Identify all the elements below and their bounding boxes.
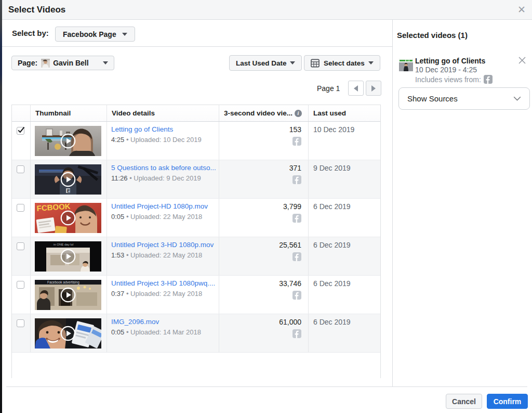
play-icon <box>60 249 76 264</box>
caret-down-icon <box>368 61 374 64</box>
views-count: 3,799 <box>219 199 308 211</box>
facebook-icon <box>292 175 301 184</box>
row-checkbox[interactable] <box>17 204 24 212</box>
row-checkbox[interactable] <box>17 319 24 327</box>
arrow-left-icon <box>354 85 358 92</box>
views-cell: 33,746 <box>219 276 308 314</box>
header-thumbnail: Thumbnail <box>30 105 107 121</box>
svg-text:E: E <box>67 188 70 193</box>
select-dates-dropdown[interactable]: Select dates <box>304 55 380 71</box>
video-thumbnail[interactable] <box>35 318 101 349</box>
video-title-link[interactable]: Untitled Project 3-HD 1080p.mov <box>107 237 219 249</box>
last-used-date: 6 Dec 2019 <box>309 314 380 326</box>
video-row: E5 Questions to ask before outso...11:26… <box>12 160 380 199</box>
views-count: 61,000 <box>219 314 308 326</box>
dialog-header: Select Videos ✕ <box>2 0 532 20</box>
facebook-icon <box>292 137 301 146</box>
last-used-date: 6 Dec 2019 <box>309 199 380 211</box>
last-used-date: 6 Dec 2019 <box>309 276 380 288</box>
details-cell: Letting go of Clients4:25 • Uploaded: 10… <box>107 122 219 160</box>
info-icon[interactable]: i <box>295 110 302 117</box>
video-thumbnail[interactable] <box>35 126 101 156</box>
selected-video-meta: 10 Dec 2019 - 4:25 <box>415 66 477 74</box>
chevron-down-icon <box>513 96 521 101</box>
page-dropdown[interactable]: Page: Gavin Bell <box>11 56 114 70</box>
select-by-value: Facebook Page <box>63 30 116 38</box>
sort-dropdown[interactable]: Last Used Date <box>229 55 302 71</box>
prev-page-button[interactable] <box>348 81 364 96</box>
footer-divider <box>6 386 527 387</box>
video-row: Facebook advertisingUntitled Project 3-H… <box>12 276 380 314</box>
checkbox-cell <box>12 237 30 275</box>
video-thumbnail[interactable]: FCBOOK <box>35 203 101 233</box>
calendar-icon <box>311 59 320 68</box>
video-uploaded: • Uploaded: 10 Dec 2019 <box>124 136 201 144</box>
caret-down-icon <box>122 33 127 36</box>
row-checkbox[interactable] <box>17 165 24 173</box>
checkbox-cell <box>12 199 30 237</box>
last-used-date: 9 Dec 2019 <box>309 160 380 172</box>
video-row: Letting go of Clients4:25 • Uploaded: 10… <box>12 122 380 160</box>
row-checkbox[interactable] <box>17 127 24 135</box>
video-title-link[interactable]: Untitled Project-HD 1080p.mov <box>107 199 219 211</box>
last-used-cell: 9 Dec 2019 <box>308 160 380 198</box>
video-thumbnail[interactable]: in ONE day lol <box>35 241 101 272</box>
views-cell: 25,561 <box>219 237 308 275</box>
video-row: FCBOOKUntitled Project-HD 1080p.mov0:05 … <box>12 199 380 237</box>
last-used-cell: 6 Dec 2019 <box>308 314 380 352</box>
header-views-label: 3-second video vie... <box>224 109 292 117</box>
header-views: 3-second video vie...i <box>219 105 308 121</box>
video-row: in ONE day lolUntitled Project 3-HD 1080… <box>12 237 380 276</box>
video-uploaded: • Uploaded: 14 Mar 2018 <box>124 328 201 336</box>
views-cell: 371 <box>219 160 308 198</box>
remove-selected-icon[interactable] <box>518 56 526 64</box>
page-label: Page: <box>18 59 37 67</box>
play-icon <box>60 133 76 149</box>
checkbox-cell <box>12 122 30 160</box>
play-icon <box>60 210 76 226</box>
video-title-link[interactable]: Letting go of Clients <box>107 122 219 134</box>
play-icon <box>60 172 76 187</box>
thumbnail-cell: in ONE day lol <box>30 237 107 275</box>
views-count: 25,561 <box>219 237 308 249</box>
select-by-label: Select by: <box>12 29 49 37</box>
video-meta: 11:26 • Uploaded: 9 Dec 2019 <box>107 172 219 182</box>
confirm-button[interactable]: Confirm <box>487 394 528 409</box>
views-cell: 61,000 <box>219 314 308 352</box>
views-cell: 153 <box>219 122 308 160</box>
selected-videos-heading: Selected videos (1) <box>397 31 468 40</box>
select-by-dropdown[interactable]: Facebook Page <box>55 27 135 42</box>
thumbnail-cell: Facebook advertising <box>30 276 107 314</box>
table-empty-area <box>12 353 380 378</box>
last-used-cell: 10 Dec 2019 <box>308 122 380 160</box>
row-checkbox[interactable] <box>17 242 24 250</box>
video-title-link[interactable]: IMG_2096.mov <box>107 314 219 326</box>
video-uploaded: • Uploaded: 22 May 2018 <box>124 213 202 221</box>
thumbnail-cell: FCBOOK <box>30 199 107 237</box>
row-checkbox[interactable] <box>17 281 24 289</box>
page-value: Gavin Bell <box>53 59 88 67</box>
dialog-close-icon[interactable]: ✕ <box>515 4 528 16</box>
select-dates-value: Select dates <box>324 59 365 67</box>
video-duration: 0:05 <box>111 328 124 336</box>
last-used-cell: 6 Dec 2019 <box>308 199 380 237</box>
cancel-button[interactable]: Cancel <box>446 394 482 409</box>
svg-text:in ONE day lol: in ONE day lol <box>54 243 73 246</box>
table-header-row: Thumbnail Video details 3-second video v… <box>12 105 380 122</box>
video-title-link[interactable]: 5 Questions to ask before outso... <box>107 160 219 172</box>
last-used-date: 6 Dec 2019 <box>309 237 380 249</box>
svg-text:Facebook advertising: Facebook advertising <box>47 280 79 285</box>
show-sources-dropdown[interactable]: Show Sources <box>398 87 530 110</box>
video-title-link[interactable]: Untitled Project 3-HD 1080pwq.... <box>107 276 219 288</box>
video-thumbnail[interactable]: Facebook advertising <box>35 280 101 310</box>
details-cell: 5 Questions to ask before outso...11:26 … <box>107 160 219 198</box>
page-indicator: Page 1 <box>317 84 340 93</box>
video-duration: 0:05 <box>111 213 124 221</box>
views-count: 33,746 <box>219 276 308 288</box>
video-thumbnail[interactable]: E <box>35 164 101 195</box>
thumbnail-cell: E <box>30 160 107 198</box>
next-page-button[interactable] <box>366 81 381 96</box>
video-duration: 1:53 <box>111 251 124 259</box>
show-sources-label: Show Sources <box>407 94 458 103</box>
details-cell: IMG_2096.mov0:05 • Uploaded: 14 Mar 2018 <box>107 314 219 352</box>
